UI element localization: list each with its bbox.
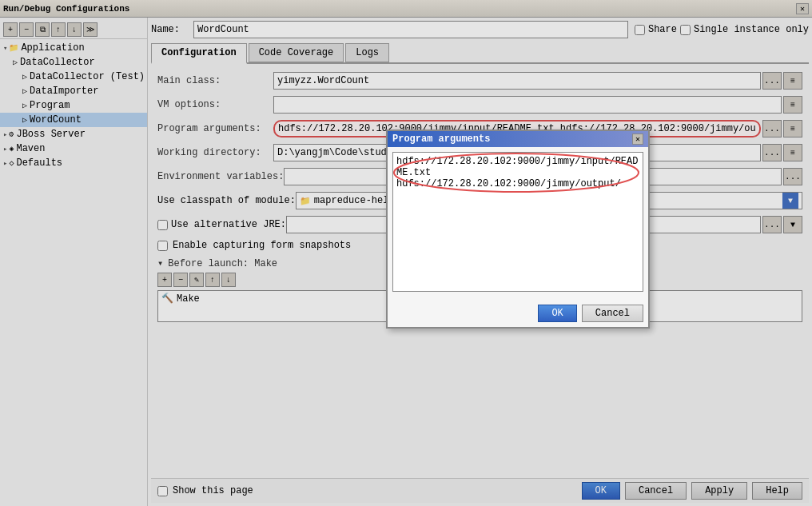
modal-close-button[interactable]: ✕ — [632, 133, 643, 145]
program-arguments-modal: Program arguments ✕ hdfs://172.28.20.102… — [386, 129, 650, 329]
modal-footer: OK Cancel — [388, 300, 648, 327]
modal-overlay: Program arguments ✕ hdfs://172.28.20.102… — [0, 18, 812, 506]
modal-content-wrapper: hdfs://172.28.20.102:9000/jimmy/input/RE… — [392, 152, 643, 295]
modal-title-bar: Program arguments ✕ — [388, 131, 648, 147]
modal-ok-button[interactable]: OK — [538, 305, 576, 322]
modal-cancel-button[interactable]: Cancel — [582, 305, 643, 322]
modal-body: hdfs://172.28.20.102:9000/jimmy/input/RE… — [388, 147, 648, 300]
close-icon[interactable]: ✕ — [796, 3, 809, 14]
title-bar-text: Run/Debug Configurations — [3, 4, 129, 14]
program-args-textarea[interactable]: hdfs://172.28.20.102:9000/jimmy/input/RE… — [392, 152, 643, 292]
modal-title-text: Program arguments — [392, 133, 490, 145]
title-bar: Run/Debug Configurations ✕ — [0, 0, 812, 18]
